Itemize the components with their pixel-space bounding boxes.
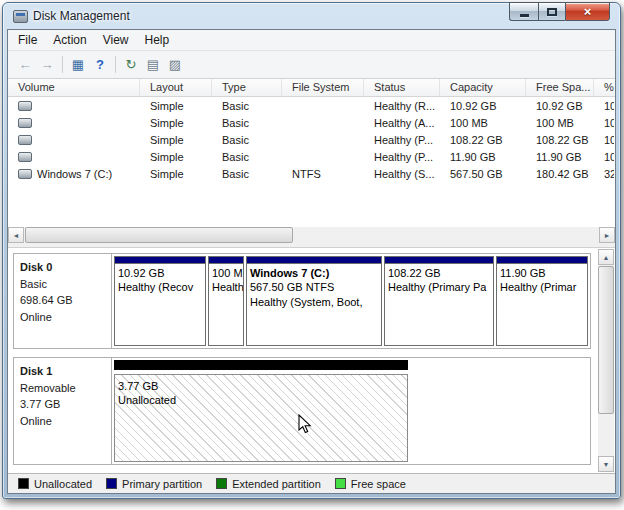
legend-item-primary: Primary partition	[106, 478, 202, 490]
legend-bar: Unallocated Primary partition Extended p…	[8, 473, 615, 493]
cell-type: Basic	[212, 114, 282, 131]
window-title: Disk Management	[33, 9, 130, 23]
partition-recovery[interactable]: 10.92 GB Healthy (Recov	[114, 256, 206, 346]
toolbar-separator	[115, 56, 116, 73]
toolbar: ← → ▦ ? ↻ ▤ ▨	[8, 51, 615, 79]
maximize-button[interactable]	[538, 2, 565, 21]
scroll-right-icon[interactable]: ►	[599, 227, 615, 243]
unallocated-swatch	[18, 478, 29, 489]
disk-0-label[interactable]: Disk 0 Basic 698.64 GB Online	[14, 254, 112, 348]
cell-status: Healthy (S...	[364, 165, 440, 182]
cell-status: Healthy (R...	[364, 97, 440, 114]
cell-file-system: NTFS	[282, 165, 364, 182]
column-header-volume[interactable]: Volume	[8, 79, 140, 96]
disk-type: Removable	[20, 380, 105, 397]
partition-color-bar	[115, 257, 205, 264]
volume-icon	[18, 118, 32, 128]
menu-file[interactable]: File	[10, 31, 45, 49]
horizontal-scrollbar[interactable]: ◄ ►	[8, 227, 615, 243]
menu-view[interactable]: View	[95, 31, 137, 49]
vertical-scroll-thumb[interactable]	[598, 266, 614, 414]
cell-status: Healthy (P...	[364, 131, 440, 148]
menu-action[interactable]: Action	[45, 31, 94, 49]
cell-status: Healthy (A...	[364, 114, 440, 131]
cell-free-space: 10.92 GB	[526, 97, 594, 114]
back-icon[interactable]: ←	[14, 54, 36, 76]
primary-partition-swatch	[106, 478, 117, 489]
properties-icon[interactable]: ▨	[164, 54, 186, 76]
cell-free-space: 11.90 GB	[526, 148, 594, 165]
table-row[interactable]: Simple Basic Healthy (A... 100 MB 100 MB…	[8, 114, 615, 131]
partition-system-reserved[interactable]: 100 M Health	[208, 256, 244, 346]
console-tree-icon[interactable]: ▦	[67, 54, 89, 76]
volume-name: Windows 7 (C:)	[37, 168, 112, 180]
scroll-up-icon[interactable]: ▲	[598, 249, 614, 265]
column-header-type[interactable]: Type	[212, 79, 282, 96]
export-list-icon[interactable]: ▤	[142, 54, 164, 76]
cell-capacity: 10.92 GB	[440, 97, 526, 114]
unallocated-region[interactable]: 3.77 GB Unallocated	[114, 360, 408, 462]
partition-status: Healthy (Recov	[118, 280, 202, 294]
disk-type: Basic	[20, 276, 105, 293]
cell-layout: Simple	[140, 131, 212, 148]
menu-help[interactable]: Help	[137, 31, 178, 49]
cell-percent-free: 100	[594, 131, 615, 148]
partition-primary-2[interactable]: 11.90 GB Healthy (Primar	[496, 256, 588, 346]
disk-1-row: Disk 1 Removable 3.77 GB Online 3.77 GB …	[13, 357, 591, 465]
table-row[interactable]: Simple Basic Healthy (P... 11.90 GB 11.9…	[8, 148, 615, 165]
column-header-capacity[interactable]: Capacity	[440, 79, 526, 96]
disk-0-row: Disk 0 Basic 698.64 GB Online 10.92 GB H…	[13, 253, 591, 349]
table-row[interactable]: Windows 7 (C:) Simple Basic NTFS Healthy…	[8, 165, 615, 182]
minimize-button[interactable]	[509, 2, 538, 21]
cell-capacity: 11.90 GB	[440, 148, 526, 165]
partition-status: Health	[212, 280, 240, 294]
partition-size: 10.92 GB	[118, 266, 202, 280]
cell-type: Basic	[212, 131, 282, 148]
cell-free-space: 180.42 GB	[526, 165, 594, 182]
cell-capacity: 567.50 GB	[440, 165, 526, 182]
column-header-percent-free[interactable]: % F	[594, 79, 615, 96]
partition-primary-1[interactable]: 108.22 GB Healthy (Primary Pa	[384, 256, 494, 346]
mouse-cursor	[298, 414, 313, 435]
refresh-icon[interactable]: ↻	[120, 54, 142, 76]
legend-label: Free space	[351, 478, 406, 490]
disk-name: Disk 1	[20, 363, 105, 380]
horizontal-scroll-thumb[interactable]	[25, 227, 293, 243]
partition-size: 11.90 GB	[500, 266, 584, 280]
legend-item-free-space: Free space	[335, 478, 406, 490]
disk-1-label[interactable]: Disk 1 Removable 3.77 GB Online	[14, 358, 112, 464]
table-row[interactable]: Simple Basic Healthy (R... 10.92 GB 10.9…	[8, 97, 615, 114]
cell-layout: Simple	[140, 148, 212, 165]
vertical-scrollbar[interactable]: ▲ ▼	[598, 249, 614, 472]
cell-file-system	[282, 148, 364, 165]
disk-management-icon	[13, 10, 28, 23]
titlebar[interactable]: Disk Management ×	[7, 3, 616, 29]
legend-label: Extended partition	[232, 478, 321, 490]
partition-status: Healthy (Primar	[500, 280, 584, 294]
cell-type: Basic	[212, 148, 282, 165]
legend-label: Primary partition	[122, 478, 202, 490]
disk-size: 698.64 GB	[20, 292, 105, 309]
partition-size: 567.50 GB NTFS	[250, 280, 378, 294]
help-icon[interactable]: ?	[89, 54, 111, 76]
column-header-status[interactable]: Status	[364, 79, 440, 96]
volume-icon	[18, 152, 32, 162]
legend-label: Unallocated	[34, 478, 92, 490]
partition-c-drive[interactable]: Windows 7 (C:) 567.50 GB NTFS Healthy (S…	[246, 256, 382, 346]
cell-percent-free: 100	[594, 114, 615, 131]
partition-status: Unallocated	[118, 393, 404, 407]
scroll-left-icon[interactable]: ◄	[8, 227, 24, 243]
maximize-icon	[547, 8, 557, 16]
forward-icon[interactable]: →	[36, 54, 58, 76]
column-header-layout[interactable]: Layout	[140, 79, 212, 96]
cell-status: Healthy (P...	[364, 148, 440, 165]
disk-size: 3.77 GB	[20, 396, 105, 413]
partition-status: Healthy (System, Boot,	[250, 295, 378, 309]
table-row[interactable]: Simple Basic Healthy (P... 108.22 GB 108…	[8, 131, 615, 148]
close-button[interactable]: ×	[565, 2, 610, 21]
column-header-file-system[interactable]: File System	[282, 79, 364, 96]
toolbar-separator	[62, 56, 63, 73]
column-header-free-space[interactable]: Free Spa...	[526, 79, 594, 96]
disk-status: Online	[20, 309, 105, 326]
scroll-down-icon[interactable]: ▼	[598, 456, 614, 472]
